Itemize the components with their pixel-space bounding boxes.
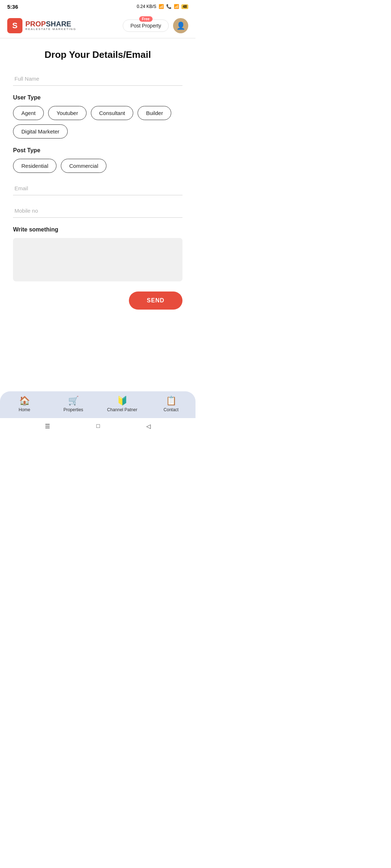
send-btn-container: SEND — [13, 292, 182, 310]
network-speed: 0.24 KB/S — [137, 4, 156, 9]
user-type-youtuber[interactable]: Youtuber — [48, 106, 87, 120]
logo: S PROPSHARE REALESTATE MARKETING — [7, 18, 76, 33]
nav-home[interactable]: 🏠 Home — [0, 396, 49, 412]
write-something-textarea[interactable] — [13, 238, 182, 281]
header: S PROPSHARE REALESTATE MARKETING Free Po… — [0, 13, 196, 38]
post-type-commercial[interactable]: Commercial — [61, 159, 106, 173]
nav-properties-label: Properties — [63, 407, 83, 412]
properties-icon: 🛒 — [68, 396, 79, 406]
email-input[interactable] — [13, 182, 182, 195]
contact-icon: 📋 — [166, 396, 177, 406]
logo-text: PROPSHARE REALESTATE MARKETING — [25, 20, 76, 31]
user-type-digital-marketer[interactable]: Digital Marketer — [13, 124, 68, 139]
post-type-options: Residential Commercial — [13, 159, 182, 173]
full-name-group — [13, 72, 182, 86]
user-type-builder[interactable]: Builder — [138, 106, 171, 120]
status-bar: 5:36 0.24 KB/S 📶 📞 📶 48 — [0, 0, 196, 13]
send-button[interactable]: SEND — [129, 292, 182, 310]
logo-icon: S — [7, 18, 22, 33]
avatar[interactable]: 👤 — [173, 18, 188, 33]
nav-contact[interactable]: 📋 Contact — [147, 396, 196, 412]
free-badge: Free — [139, 16, 152, 22]
user-type-consultant[interactable]: Consultant — [91, 106, 134, 120]
home-icon: 🏠 — [19, 396, 30, 406]
post-type-residential[interactable]: Residential — [13, 159, 56, 173]
signal-icon: 📶 — [174, 4, 179, 9]
system-home-button[interactable]: □ — [96, 423, 100, 429]
mobile-group — [13, 204, 182, 218]
svg-text:S: S — [12, 21, 18, 30]
user-type-label: User Type — [13, 94, 182, 101]
user-type-group: User Type Agent Youtuber Consultant Buil… — [13, 94, 182, 139]
post-property-button[interactable]: Free Post Property — [123, 20, 169, 32]
write-something-label: Write something — [13, 226, 182, 233]
nav-properties[interactable]: 🛒 Properties — [49, 396, 98, 412]
system-back-button[interactable]: ◁ — [146, 423, 151, 430]
avatar-icon: 👤 — [176, 21, 185, 30]
bottom-nav: 🏠 Home 🛒 Properties 🔰 Channel Patner 📋 C… — [0, 391, 196, 418]
main-content: Drop Your Details/Email User Type Agent … — [0, 38, 196, 391]
logo-sub: REALESTATE MARKETING — [25, 27, 76, 31]
nav-home-label: Home — [18, 407, 30, 412]
logo-brand: PROPSHARE — [25, 20, 76, 27]
wifi-icon: 📶 — [159, 4, 164, 9]
logo-prop: PROP — [25, 20, 46, 28]
write-something-group: Write something — [13, 226, 182, 283]
full-name-input[interactable] — [13, 72, 182, 86]
battery-indicator: 48 — [181, 4, 188, 9]
nav-channel-partner-label: Channel Patner — [107, 407, 137, 412]
post-type-group: Post Type Residential Commercial — [13, 147, 182, 173]
system-menu-button[interactable]: ☰ — [45, 423, 50, 430]
system-nav: ☰ □ ◁ — [0, 418, 196, 434]
post-type-label: Post Type — [13, 147, 182, 154]
mobile-input[interactable] — [13, 204, 182, 218]
user-type-agent[interactable]: Agent — [13, 106, 44, 120]
status-icons: 0.24 KB/S 📶 📞 📶 48 — [137, 4, 188, 9]
channel-partner-icon: 🔰 — [117, 396, 128, 406]
header-right: Free Post Property 👤 — [123, 18, 188, 33]
post-property-label: Post Property — [130, 23, 161, 29]
nav-channel-partner[interactable]: 🔰 Channel Patner — [98, 396, 147, 412]
logo-share: SHARE — [46, 20, 71, 28]
call-icon: 📞 — [166, 4, 172, 9]
nav-contact-label: Contact — [164, 407, 178, 412]
user-type-options: Agent Youtuber Consultant Builder Digita… — [13, 106, 182, 139]
email-group — [13, 182, 182, 195]
status-time: 5:36 — [7, 4, 18, 10]
page-title: Drop Your Details/Email — [13, 49, 182, 60]
